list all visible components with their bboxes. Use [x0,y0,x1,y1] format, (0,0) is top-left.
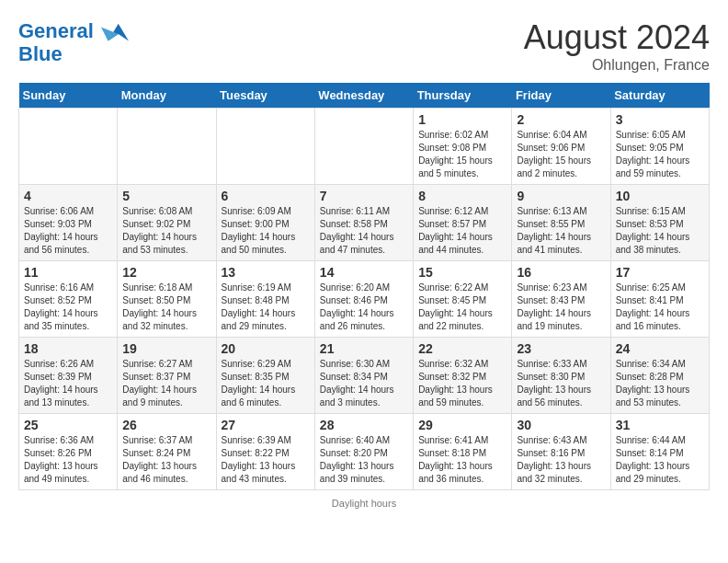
table-row [19,109,118,185]
col-sunday: Sunday [19,83,118,109]
table-row: 9Sunrise: 6:13 AM Sunset: 8:55 PM Daylig… [512,185,610,261]
col-friday: Friday [512,83,610,109]
day-number: 3 [616,112,704,127]
day-number: 15 [418,265,506,280]
day-number: 4 [24,189,112,203]
day-info: Sunrise: 6:26 AM Sunset: 8:39 PM Dayligh… [24,358,112,409]
day-number: 5 [122,189,210,203]
table-row: 7Sunrise: 6:11 AM Sunset: 8:58 PM Daylig… [314,185,413,261]
day-number: 23 [517,341,605,356]
day-info: Sunrise: 6:43 AM Sunset: 8:16 PM Dayligh… [517,434,605,486]
day-number: 9 [517,189,605,203]
logo: General Blue [18,18,129,66]
table-row: 15Sunrise: 6:22 AM Sunset: 8:45 PM Dayli… [414,261,512,338]
day-info: Sunrise: 6:08 AM Sunset: 9:02 PM Dayligh… [122,205,210,257]
table-row: 19Sunrise: 6:27 AM Sunset: 8:37 PM Dayli… [118,338,216,414]
day-number: 19 [122,341,210,356]
day-info: Sunrise: 6:37 AM Sunset: 8:24 PM Dayligh… [122,434,210,486]
day-number: 30 [517,418,605,432]
day-number: 24 [616,341,704,356]
calendar-header-row: Sunday Monday Tuesday Wednesday Thursday… [19,83,710,109]
day-number: 17 [616,265,704,280]
col-wednesday: Wednesday [314,83,413,109]
table-row: 2Sunrise: 6:04 AM Sunset: 9:06 PM Daylig… [512,109,610,185]
day-number: 20 [222,341,310,356]
table-row: 8Sunrise: 6:12 AM Sunset: 8:57 PM Daylig… [414,185,512,261]
table-row: 1Sunrise: 6:02 AM Sunset: 9:08 PM Daylig… [414,109,512,185]
day-info: Sunrise: 6:04 AM Sunset: 9:06 PM Dayligh… [517,129,605,180]
title-block: August 2024 Ohlungen, France [524,18,710,74]
day-info: Sunrise: 6:41 AM Sunset: 8:18 PM Dayligh… [418,434,506,486]
day-number: 6 [222,189,310,203]
table-row: 18Sunrise: 6:26 AM Sunset: 8:39 PM Dayli… [19,338,118,414]
calendar-week-row: 4Sunrise: 6:06 AM Sunset: 9:03 PM Daylig… [19,185,710,261]
day-info: Sunrise: 6:34 AM Sunset: 8:28 PM Dayligh… [616,358,704,409]
day-number: 22 [418,341,506,356]
day-number: 29 [418,418,506,432]
day-number: 21 [320,341,408,356]
subtitle: Ohlungen, France [524,57,710,74]
table-row: 13Sunrise: 6:19 AM Sunset: 8:48 PM Dayli… [216,261,314,338]
day-info: Sunrise: 6:32 AM Sunset: 8:32 PM Dayligh… [418,358,506,409]
day-info: Sunrise: 6:27 AM Sunset: 8:37 PM Dayligh… [122,358,210,409]
table-row: 6Sunrise: 6:09 AM Sunset: 9:00 PM Daylig… [216,185,314,261]
table-row [118,109,216,185]
calendar-week-row: 18Sunrise: 6:26 AM Sunset: 8:39 PM Dayli… [19,338,710,414]
day-info: Sunrise: 6:02 AM Sunset: 9:08 PM Dayligh… [418,129,506,180]
calendar-week-row: 1Sunrise: 6:02 AM Sunset: 9:08 PM Daylig… [19,109,710,185]
table-row: 22Sunrise: 6:32 AM Sunset: 8:32 PM Dayli… [414,338,512,414]
table-row: 24Sunrise: 6:34 AM Sunset: 8:28 PM Dayli… [610,338,709,414]
day-info: Sunrise: 6:13 AM Sunset: 8:55 PM Dayligh… [517,205,605,257]
table-row: 29Sunrise: 6:41 AM Sunset: 8:18 PM Dayli… [414,414,512,490]
day-info: Sunrise: 6:05 AM Sunset: 9:05 PM Dayligh… [616,129,704,180]
logo-bird-icon [101,18,129,46]
day-info: Sunrise: 6:39 AM Sunset: 8:22 PM Dayligh… [222,434,310,486]
table-row: 14Sunrise: 6:20 AM Sunset: 8:46 PM Dayli… [314,261,413,338]
main-title: August 2024 [524,18,710,57]
table-row: 20Sunrise: 6:29 AM Sunset: 8:35 PM Dayli… [216,338,314,414]
table-row: 17Sunrise: 6:25 AM Sunset: 8:41 PM Dayli… [610,261,709,338]
day-info: Sunrise: 6:20 AM Sunset: 8:46 PM Dayligh… [320,282,408,333]
day-number: 14 [320,265,408,280]
day-number: 28 [320,418,408,432]
col-tuesday: Tuesday [216,83,314,109]
day-info: Sunrise: 6:12 AM Sunset: 8:57 PM Dayligh… [418,205,506,257]
day-info: Sunrise: 6:22 AM Sunset: 8:45 PM Dayligh… [418,282,506,333]
col-monday: Monday [118,83,216,109]
day-info: Sunrise: 6:40 AM Sunset: 8:20 PM Dayligh… [320,434,408,486]
day-number: 16 [517,265,605,280]
table-row: 11Sunrise: 6:16 AM Sunset: 8:52 PM Dayli… [19,261,118,338]
day-info: Sunrise: 6:44 AM Sunset: 8:14 PM Dayligh… [616,434,704,486]
table-row: 12Sunrise: 6:18 AM Sunset: 8:50 PM Dayli… [118,261,216,338]
table-row [216,109,314,185]
page-container: General Blue August 2024 Ohlungen, Franc… [18,18,710,509]
day-info: Sunrise: 6:06 AM Sunset: 9:03 PM Dayligh… [24,205,112,257]
day-info: Sunrise: 6:09 AM Sunset: 9:00 PM Dayligh… [222,205,310,257]
day-info: Sunrise: 6:30 AM Sunset: 8:34 PM Dayligh… [320,358,408,409]
day-number: 7 [320,189,408,203]
col-thursday: Thursday [414,83,512,109]
table-row: 31Sunrise: 6:44 AM Sunset: 8:14 PM Dayli… [610,414,709,490]
table-row: 21Sunrise: 6:30 AM Sunset: 8:34 PM Dayli… [314,338,413,414]
day-info: Sunrise: 6:19 AM Sunset: 8:48 PM Dayligh… [222,282,310,333]
col-saturday: Saturday [610,83,709,109]
day-info: Sunrise: 6:25 AM Sunset: 8:41 PM Dayligh… [616,282,704,333]
footer-note: Daylight hours [18,498,710,509]
day-info: Sunrise: 6:11 AM Sunset: 8:58 PM Dayligh… [320,205,408,257]
day-info: Sunrise: 6:15 AM Sunset: 8:53 PM Dayligh… [616,205,704,257]
day-info: Sunrise: 6:23 AM Sunset: 8:43 PM Dayligh… [517,282,605,333]
calendar-table: Sunday Monday Tuesday Wednesday Thursday… [18,83,710,490]
table-row: 10Sunrise: 6:15 AM Sunset: 8:53 PM Dayli… [610,185,709,261]
day-number: 27 [222,418,310,432]
table-row: 16Sunrise: 6:23 AM Sunset: 8:43 PM Dayli… [512,261,610,338]
day-info: Sunrise: 6:33 AM Sunset: 8:30 PM Dayligh… [517,358,605,409]
table-row: 25Sunrise: 6:36 AM Sunset: 8:26 PM Dayli… [19,414,118,490]
table-row: 27Sunrise: 6:39 AM Sunset: 8:22 PM Dayli… [216,414,314,490]
table-row: 5Sunrise: 6:08 AM Sunset: 9:02 PM Daylig… [118,185,216,261]
day-number: 11 [24,265,112,280]
day-info: Sunrise: 6:16 AM Sunset: 8:52 PM Dayligh… [24,282,112,333]
table-row: 3Sunrise: 6:05 AM Sunset: 9:05 PM Daylig… [610,109,709,185]
day-number: 13 [222,265,310,280]
day-number: 31 [616,418,704,432]
day-number: 8 [418,189,506,203]
